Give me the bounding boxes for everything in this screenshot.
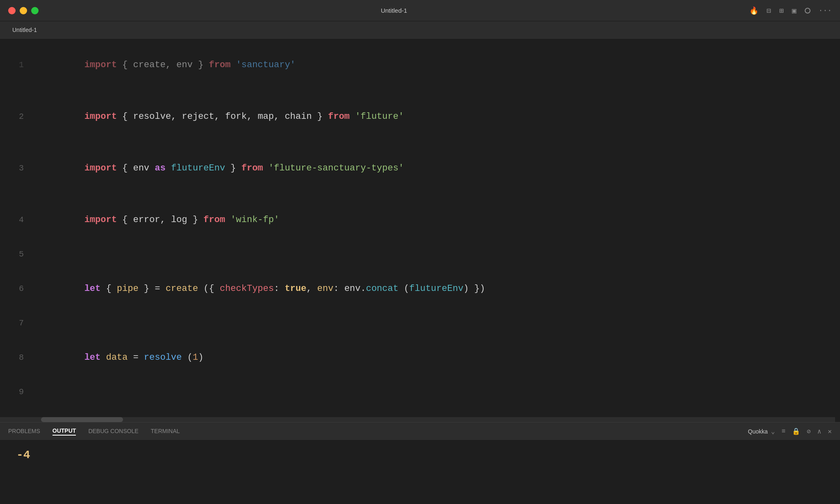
line-number-2: 2 <box>0 108 29 125</box>
panel-content: -4 <box>0 440 840 470</box>
code-content-1: import { create, env } from 'sanctuary' <box>29 39 840 91</box>
code-line-7: 7 <box>0 315 840 332</box>
editor: 1 import { create, env } from 'sanctuary… <box>0 39 840 422</box>
tab-terminal[interactable]: TERMINAL <box>151 428 180 435</box>
window-title: Untitled-1 <box>381 7 407 14</box>
line-number-7: 7 <box>0 315 29 332</box>
line-number-9: 9 <box>0 384 29 401</box>
maximize-button[interactable] <box>31 7 39 14</box>
tab-output[interactable]: OUTPUT <box>52 427 76 436</box>
close-panel-icon[interactable]: ✕ <box>828 427 832 436</box>
more-icon[interactable]: ··· <box>819 7 832 15</box>
chevron-up-icon[interactable]: ∧ <box>817 427 822 436</box>
split-icon[interactable]: ⊟ <box>767 6 771 15</box>
lock-icon[interactable]: 🔒 <box>792 427 800 436</box>
line-number-6: 6 <box>0 280 29 297</box>
close-button[interactable] <box>8 7 16 14</box>
grid-icon[interactable]: ⊞ <box>779 6 784 15</box>
vertical-scrollbar[interactable] <box>835 39 840 422</box>
code-line-8: 8 let data = resolve (1) <box>0 332 840 384</box>
code-line-3: 3 import { env as flutureEnv } from 'flu… <box>0 143 840 194</box>
line-number-3: 3 <box>0 160 29 177</box>
code-line-2: 2 import { resolve, reject, fork, map, c… <box>0 91 840 143</box>
code-content-6: let { pipe } = create ({ checkTypes: tru… <box>29 263 840 315</box>
code-content-3: import { env as flutureEnv } from 'flutu… <box>29 143 840 194</box>
code-container: 1 import { create, env } from 'sanctuary… <box>0 39 840 422</box>
code-content-2: import { resolve, reject, fork, map, cha… <box>29 91 840 143</box>
panel-actions: Quokka ⌄ ≡ 🔒 ⊘ ∧ ✕ <box>748 427 832 436</box>
output-selector[interactable]: Quokka ⌄ <box>748 427 775 436</box>
tabbar: Untitled-1 <box>0 21 840 39</box>
titlebar-actions: 🔥 ⊟ ⊞ ▣ ··· <box>749 6 832 15</box>
minimize-button[interactable] <box>20 7 27 14</box>
code-line-5: 5 <box>0 246 840 263</box>
dot-indicator <box>805 8 810 14</box>
sidebar-icon[interactable]: ▣ <box>792 6 797 15</box>
line-number-8: 8 <box>0 349 29 366</box>
code-line-9: 9 <box>0 384 840 401</box>
line-number-5: 5 <box>0 246 29 263</box>
list-filter-icon[interactable]: ≡ <box>781 428 785 435</box>
code-content-8: let data = resolve (1) <box>29 332 840 384</box>
output-selector-label: Quokka <box>748 428 768 435</box>
code-line-6: 6 let { pipe } = create ({ checkTypes: t… <box>0 263 840 315</box>
panel-tabs: PROBLEMS OUTPUT DEBUG CONSOLE TERMINAL Q… <box>0 422 840 440</box>
line-number-4: 4 <box>0 211 29 229</box>
editor-tab[interactable]: Untitled-1 <box>4 23 45 37</box>
chevron-down-icon[interactable]: ⌄ <box>771 427 775 436</box>
line-number-1: 1 <box>0 57 29 74</box>
output-value: -4 <box>16 449 824 461</box>
code-content-4: import { error, log } from 'wink-fp' <box>29 194 840 246</box>
code-line-4: 4 import { error, log } from 'wink-fp' <box>0 194 840 246</box>
clear-icon[interactable]: ⊘ <box>807 427 811 436</box>
code-line-1: 1 import { create, env } from 'sanctuary… <box>0 39 840 91</box>
tab-problems[interactable]: PROBLEMS <box>8 428 40 435</box>
panel: PROBLEMS OUTPUT DEBUG CONSOLE TERMINAL Q… <box>0 422 840 504</box>
titlebar: Untitled-1 🔥 ⊟ ⊞ ▣ ··· <box>0 0 840 21</box>
scrollbar-thumb <box>41 417 123 422</box>
traffic-lights <box>8 7 39 14</box>
horizontal-scrollbar[interactable] <box>0 417 835 422</box>
flame-icon[interactable]: 🔥 <box>749 6 758 15</box>
tab-debug-console[interactable]: DEBUG CONSOLE <box>88 428 138 435</box>
